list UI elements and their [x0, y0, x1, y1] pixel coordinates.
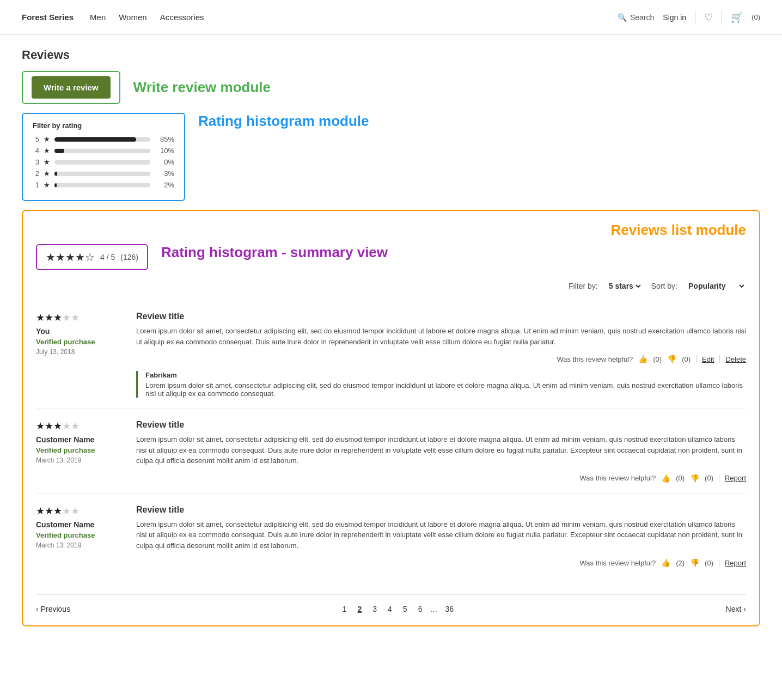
- star-empty-icon: ★: [62, 421, 71, 431]
- verified-purchase-badge: Verified purchase: [36, 338, 123, 346]
- histogram-row[interactable]: 4 ★ 10%: [33, 147, 174, 155]
- thumbs-up-icon[interactable]: 👍: [661, 474, 670, 483]
- summary-count: (126): [120, 253, 138, 261]
- wishlist-icon[interactable]: ♡: [704, 11, 713, 23]
- histogram-row[interactable]: 5 ★ 85%: [33, 135, 174, 143]
- star-filled-icon: ★: [45, 506, 53, 516]
- review-actions: Was this review helpful? 👍 (2) 👎 (0) Rep…: [136, 558, 746, 567]
- review-action-edit-button[interactable]: Edit: [702, 355, 714, 363]
- review-helpful-label: Was this review helpful?: [580, 559, 656, 567]
- review-content: Review title Lorem ipsum dolor sit amet,…: [136, 505, 746, 568]
- prev-button[interactable]: ‹ Previous: [36, 605, 70, 613]
- vendor-name: Fabrikam: [145, 371, 746, 379]
- nav-men[interactable]: Men: [90, 13, 106, 22]
- verified-purchase-badge: Verified purchase: [36, 531, 123, 539]
- search-button[interactable]: 🔍 Search: [618, 13, 654, 22]
- histogram-bar-fill: [54, 137, 136, 142]
- star-number: 5: [33, 135, 39, 143]
- star-filled-icon: ★: [36, 312, 45, 323]
- page-ellipsis: …: [430, 605, 437, 613]
- star-number: 4: [33, 147, 39, 155]
- page-number-36[interactable]: 36: [442, 604, 457, 614]
- review-date: March 13, 2019: [36, 541, 123, 549]
- actions-divider: [696, 355, 697, 363]
- histogram-row[interactable]: 3 ★ 0%: [33, 158, 174, 166]
- star-icon: ★: [44, 181, 50, 189]
- star-empty-icon: ★: [62, 312, 71, 323]
- reviews-section-title: Reviews: [22, 48, 760, 62]
- summary-box: ★★★★☆ 4 / 5 (126): [36, 244, 148, 270]
- review-action-report-button[interactable]: Report: [725, 559, 746, 567]
- filter-select[interactable]: 5 stars 4 stars 3 stars 2 stars 1 star: [607, 281, 643, 291]
- star-icon: ★: [44, 169, 50, 178]
- star-filled-icon: ★: [45, 312, 53, 323]
- next-button[interactable]: Next ›: [726, 605, 746, 613]
- review-body: ★★★★★ Customer Name Verified purchase Ma…: [36, 420, 746, 483]
- histogram-row[interactable]: 1 ★ 2%: [33, 181, 174, 189]
- histogram-pct: 0%: [155, 158, 174, 166]
- navbar: Forest Series Men Women Accessories 🔍 Se…: [0, 0, 782, 35]
- vendor-response: Fabrikam Lorem ipsum dolor sit amet, con…: [136, 371, 746, 398]
- thumbs-up-count: (0): [676, 474, 685, 482]
- histogram-pct: 3%: [155, 169, 174, 178]
- write-review-button[interactable]: Write a review: [32, 76, 111, 99]
- page-number-3[interactable]: 3: [369, 604, 380, 614]
- thumbs-up-icon[interactable]: 👍: [661, 558, 670, 567]
- histogram-bar-bg: [54, 160, 150, 165]
- vendor-response-text: Lorem ipsum dolor sit amet, consectetur …: [145, 381, 746, 398]
- page-number-5[interactable]: 5: [400, 604, 411, 614]
- page-number-1[interactable]: 1: [339, 604, 350, 614]
- review-text: Lorem ipsum dolor sit amet, consectetur …: [136, 434, 746, 466]
- page-number-4[interactable]: 4: [384, 604, 395, 614]
- filter-sort-bar: Filter by: 5 stars 4 stars 3 stars 2 sta…: [36, 281, 746, 291]
- star-filled-icon: ★: [45, 421, 53, 431]
- review-actions: Was this review helpful? 👍 (0) 👎 (0) Rep…: [136, 474, 746, 483]
- histogram-module: Filter by rating 5 ★ 85% 4 ★ 10% 3 ★ 0% …: [22, 113, 760, 201]
- review-meta: ★★★★★ You Verified purchase July 13, 201…: [36, 312, 123, 398]
- review-helpful-label: Was this review helpful?: [580, 474, 656, 482]
- star-number: 3: [33, 158, 39, 166]
- star-filled-icon: ★: [53, 312, 62, 323]
- write-review-module: Write a review Write review module: [22, 71, 760, 104]
- thumbs-down-icon[interactable]: 👎: [690, 558, 699, 567]
- reviews-list-module: Reviews list module ★★★★☆ 4 / 5 (126) Ra…: [22, 210, 760, 626]
- review-body: ★★★★★ Customer Name Verified purchase Ma…: [36, 505, 746, 568]
- star-number: 1: [33, 181, 39, 189]
- histogram-bar-bg: [54, 183, 150, 187]
- sort-select[interactable]: Popularity Newest Oldest Highest rated L…: [686, 281, 746, 291]
- review-card: ★★★★★ Customer Name Verified purchase Ma…: [36, 409, 746, 494]
- thumbs-down-icon[interactable]: 👎: [667, 355, 676, 363]
- nav-women[interactable]: Women: [119, 13, 146, 22]
- cart-icon[interactable]: 🛒: [731, 11, 743, 23]
- star-icon: ★: [44, 158, 50, 166]
- histogram-pct: 85%: [155, 135, 174, 143]
- histogram-module-label: Rating histogram module: [198, 113, 369, 130]
- verified-purchase-badge: Verified purchase: [36, 446, 123, 454]
- histogram-row[interactable]: 2 ★ 3%: [33, 169, 174, 178]
- star-empty-icon: ★: [71, 506, 80, 516]
- page-number-2[interactable]: 2: [354, 604, 365, 614]
- actions-divider: [719, 559, 719, 567]
- search-icon: 🔍: [618, 13, 627, 22]
- review-action-report-button[interactable]: Report: [725, 474, 746, 482]
- summary-score: 4 / 5: [100, 253, 115, 261]
- histogram-pct: 10%: [155, 147, 174, 155]
- nav-accessories[interactable]: Accessories: [160, 13, 204, 22]
- histogram-box: Filter by rating 5 ★ 85% 4 ★ 10% 3 ★ 0% …: [22, 113, 185, 201]
- review-meta: ★★★★★ Customer Name Verified purchase Ma…: [36, 420, 123, 483]
- star-number: 2: [33, 169, 39, 178]
- review-date: July 13, 2018: [36, 348, 123, 356]
- star-icon: ★: [44, 135, 50, 143]
- thumbs-down-count: (0): [705, 474, 713, 482]
- reviewer-name: Customer Name: [36, 520, 123, 529]
- star-empty-icon: ★: [71, 312, 80, 323]
- review-content: Review title Lorem ipsum dolor sit amet,…: [136, 312, 746, 398]
- review-cards-container: ★★★★★ You Verified purchase July 13, 201…: [36, 301, 746, 578]
- page-number-6[interactable]: 6: [415, 604, 426, 614]
- signin-button[interactable]: Sign in: [663, 13, 686, 22]
- review-action-delete-button[interactable]: Delete: [725, 355, 746, 363]
- review-text: Lorem ipsum dolor sit amet, consectetur …: [136, 326, 746, 347]
- thumbs-down-count: (0): [705, 559, 713, 567]
- thumbs-down-icon[interactable]: 👎: [690, 474, 699, 483]
- thumbs-up-icon[interactable]: 👍: [638, 355, 647, 363]
